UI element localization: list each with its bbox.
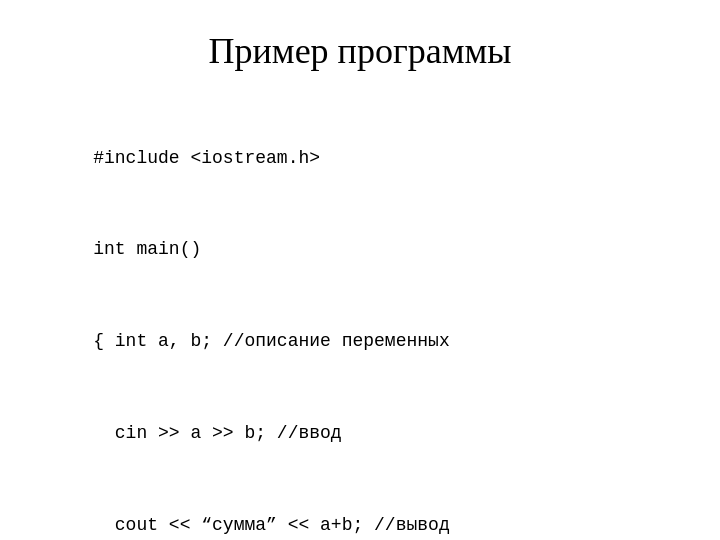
code-line-4: cin >> a >> b; //ввод bbox=[93, 423, 341, 443]
code-block: #include <iostream.h> int main() { int a… bbox=[50, 112, 670, 540]
code-line-5: cout << “сумма” << a+b; //вывод bbox=[93, 515, 449, 535]
code-line-2: int main() bbox=[93, 239, 201, 259]
code-line-1: #include <iostream.h> bbox=[93, 148, 320, 168]
code-line-3: { int a, b; //описание переменных bbox=[93, 331, 449, 351]
slide-title: Пример программы bbox=[209, 30, 512, 72]
slide: Пример программы #include <iostream.h> i… bbox=[0, 0, 720, 540]
